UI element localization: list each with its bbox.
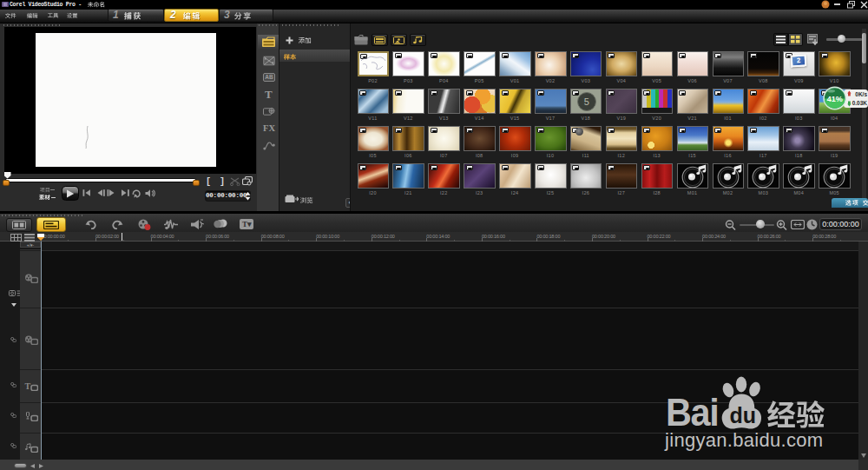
svg-text:du: du: [730, 403, 757, 427]
svg-text:0.03K: 0.03K: [852, 100, 868, 106]
svg-text:0K/s: 0K/s: [855, 91, 867, 97]
svg-text:41%: 41%: [827, 95, 843, 103]
svg-text:T: T: [25, 381, 31, 391]
